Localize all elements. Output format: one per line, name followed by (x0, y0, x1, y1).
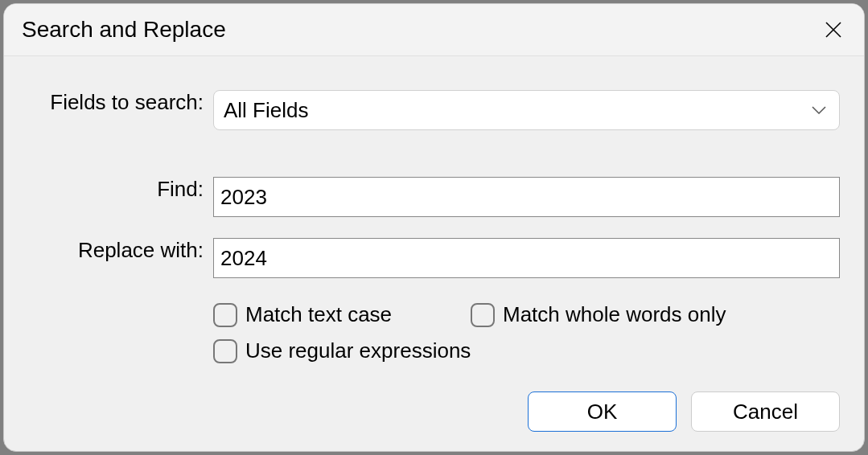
whole-words-label: Match whole words only (503, 302, 726, 327)
button-row: OK Cancel (528, 391, 840, 432)
regex-label: Use regular expressions (245, 338, 471, 363)
titlebar: Search and Replace (4, 4, 864, 56)
find-label: Find: (28, 177, 207, 219)
dialog-title: Search and Replace (22, 17, 226, 43)
dialog-content: Fields to search: All Fields Find: Repla… (4, 56, 864, 451)
fields-to-search-dropdown[interactable]: All Fields (213, 90, 840, 130)
checkbox-box (471, 303, 495, 327)
match-case-label: Match text case (245, 302, 392, 327)
close-icon[interactable] (825, 22, 841, 38)
checkbox-box (213, 339, 237, 363)
dropdown-value: All Fields (224, 98, 308, 123)
chevron-down-icon (812, 106, 826, 114)
whole-words-checkbox[interactable]: Match whole words only (471, 302, 726, 327)
find-input[interactable] (213, 177, 840, 217)
regex-checkbox[interactable]: Use regular expressions (213, 338, 840, 363)
replace-with-input[interactable] (213, 238, 840, 278)
fields-to-search-label: Fields to search: (28, 90, 207, 138)
ok-button[interactable]: OK (528, 391, 677, 432)
checkbox-box (213, 303, 237, 327)
replace-with-label: Replace with: (28, 238, 207, 280)
match-case-checkbox[interactable]: Match text case (213, 302, 471, 327)
cancel-button[interactable]: Cancel (691, 391, 840, 432)
search-replace-dialog: Search and Replace Fields to search: All… (3, 3, 865, 452)
